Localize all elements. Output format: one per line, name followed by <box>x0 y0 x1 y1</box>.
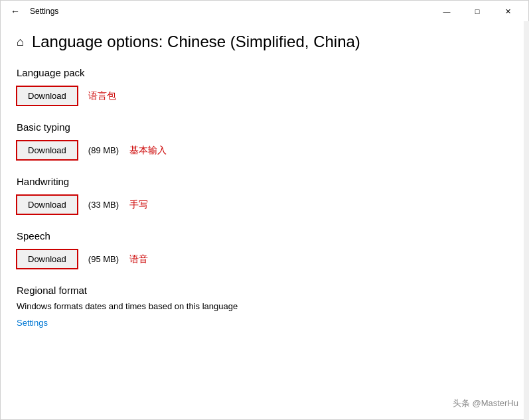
section-title-basic-typing: Basic typing <box>17 121 512 133</box>
maximize-button[interactable]: □ <box>462 1 492 22</box>
home-icon[interactable]: ⌂ <box>17 35 24 49</box>
regional-format-section: Regional format Windows formats dates an… <box>17 285 512 328</box>
scrollbar-track[interactable] <box>524 21 529 420</box>
download-button-basic-typing[interactable]: Download <box>17 141 78 160</box>
close-button[interactable]: ✕ <box>492 1 523 22</box>
chinese-label-speech: 语音 <box>129 253 148 265</box>
section-row-handwriting: Download (33 MB) 手写 <box>17 195 512 214</box>
section-row-language-pack: Download 语言包 <box>17 86 512 105</box>
minimize-button[interactable]: — <box>431 1 462 22</box>
regional-settings-link[interactable]: Settings <box>17 318 48 328</box>
section-title-speech: Speech <box>17 230 512 242</box>
regional-format-description: Windows formats dates and times based on… <box>17 301 512 311</box>
title-bar-left: ← Settings <box>6 2 58 21</box>
content-area: ⌂ Language options: Chinese (Simplified,… <box>1 22 528 419</box>
settings-window: ← Settings — □ ✕ ⌂ Language options: Chi… <box>0 0 529 420</box>
size-label-speech: (95 MB) <box>88 254 119 264</box>
page-header: ⌂ Language options: Chinese (Simplified,… <box>17 22 512 67</box>
chinese-label-language-pack: 语言包 <box>88 90 116 102</box>
download-button-speech[interactable]: Download <box>17 249 78 269</box>
download-button-handwriting[interactable]: Download <box>17 195 78 214</box>
section-speech: Speech Download (95 MB) 语音 <box>17 230 512 269</box>
title-bar: ← Settings — □ ✕ <box>1 1 528 22</box>
section-title-language-pack: Language pack <box>17 67 512 78</box>
section-row-basic-typing: Download (89 MB) 基本输入 <box>17 141 512 160</box>
section-handwriting: Handwriting Download (33 MB) 手写 <box>17 176 512 214</box>
size-label-basic-typing: (89 MB) <box>88 145 119 155</box>
chinese-label-handwriting: 手写 <box>129 199 148 211</box>
section-title-handwriting: Handwriting <box>17 176 512 187</box>
title-bar-controls: — □ ✕ <box>431 1 523 22</box>
title-bar-title: Settings <box>30 7 58 16</box>
section-language-pack: Language pack Download 语言包 <box>17 67 512 105</box>
section-basic-typing: Basic typing Download (89 MB) 基本输入 <box>17 121 512 160</box>
section-row-speech: Download (95 MB) 语音 <box>17 249 512 269</box>
watermark: 头条 @MasterHu <box>453 397 518 409</box>
size-label-handwriting: (33 MB) <box>88 200 119 210</box>
page-title: Language options: Chinese (Simplified, C… <box>32 33 360 51</box>
back-button[interactable]: ← <box>6 2 25 21</box>
regional-format-title: Regional format <box>17 285 512 296</box>
chinese-label-basic-typing: 基本输入 <box>129 145 167 157</box>
download-button-language-pack[interactable]: Download <box>17 86 78 105</box>
